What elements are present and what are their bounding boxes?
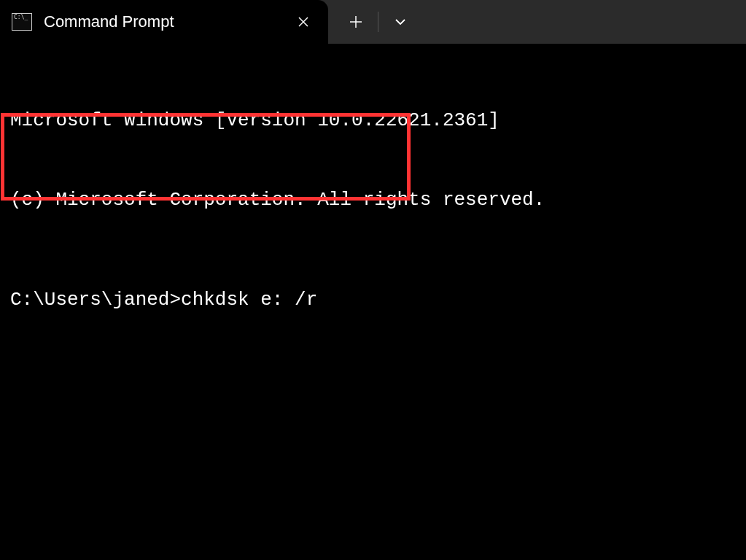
prompt-line: C:\Users\janed>chkdsk e: /r (10, 287, 736, 313)
version-line: Microsoft Windows [Version 10.0.22621.23… (10, 107, 736, 133)
command-text: chkdsk e: /r (181, 289, 317, 311)
terminal-output[interactable]: Microsoft Windows [Version 10.0.22621.23… (0, 44, 746, 350)
new-tab-button[interactable] (343, 9, 369, 35)
chevron-down-icon (394, 15, 407, 28)
cmd-icon (12, 13, 32, 31)
tab-dropdown-button[interactable] (387, 9, 413, 35)
terminal-tab[interactable]: Command Prompt (0, 0, 328, 44)
plus-icon (349, 15, 362, 28)
divider (378, 12, 378, 32)
title-bar: Command Prompt (0, 0, 746, 44)
tab-title: Command Prompt (44, 12, 293, 31)
close-tab-button[interactable] (293, 12, 314, 32)
close-icon (298, 16, 309, 28)
title-actions (328, 0, 413, 44)
copyright-line: (c) Microsoft Corporation. All rights re… (10, 187, 736, 213)
prompt-text: C:\Users\janed> (10, 289, 181, 311)
